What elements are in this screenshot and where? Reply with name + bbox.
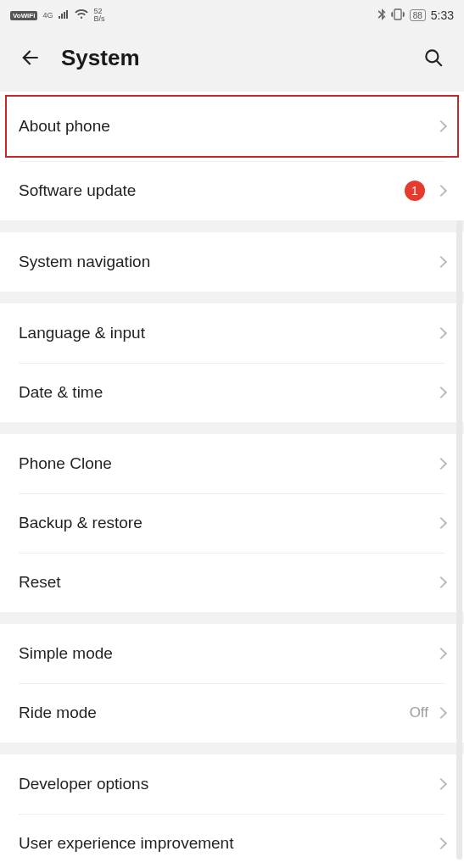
row-label: Date & time	[19, 383, 437, 402]
chevron-right-icon	[435, 707, 447, 719]
row-label: Language & input	[19, 324, 437, 342]
back-button[interactable]	[14, 41, 48, 75]
chevron-right-icon	[435, 576, 447, 588]
status-right: 88 5:33	[377, 8, 454, 23]
row-system-navigation[interactable]: System navigation	[0, 232, 464, 292]
row-label: Backup & restore	[19, 514, 437, 532]
row-label: Software update	[19, 181, 405, 200]
status-bar: VoWiFi 4G 52 B/s 88 5:33	[0, 0, 464, 31]
row-about-phone[interactable]: About phone	[0, 92, 464, 161]
chevron-right-icon	[435, 185, 447, 197]
svg-rect-0	[394, 9, 401, 19]
settings-group: Developer optionsUser experience improve…	[0, 754, 464, 868]
row-label: Developer options	[19, 775, 437, 793]
settings-group: System navigation	[0, 232, 464, 292]
back-arrow-icon	[20, 47, 42, 69]
chevron-right-icon	[435, 458, 447, 470]
chevron-right-icon	[435, 837, 447, 849]
status-left: VoWiFi 4G 52 B/s	[10, 8, 104, 23]
vowifi-icon: VoWiFi	[10, 11, 37, 20]
row-developer-options[interactable]: Developer options	[0, 754, 464, 814]
network-label: 4G	[42, 12, 53, 19]
clock: 5:33	[431, 8, 454, 22]
row-backup-restore[interactable]: Backup & restore	[0, 493, 464, 553]
chevron-right-icon	[435, 648, 447, 659]
row-label: About phone	[19, 117, 437, 136]
chevron-right-icon	[435, 517, 447, 529]
row-user-experience-improvement[interactable]: User experience improvement	[0, 814, 464, 868]
chevron-right-icon	[435, 256, 447, 268]
row-language-input[interactable]: Language & input	[0, 303, 464, 363]
row-label: Simple mode	[19, 644, 437, 663]
row-label: Phone Clone	[19, 454, 437, 473]
settings-list: About phoneSoftware update1System naviga…	[0, 92, 464, 868]
settings-group: Phone CloneBackup & restoreReset	[0, 434, 464, 612]
row-reset[interactable]: Reset	[0, 553, 464, 612]
row-label: Ride mode	[19, 704, 410, 722]
row-label: User experience improvement	[19, 834, 437, 853]
page-title: System	[61, 45, 416, 71]
vibrate-icon	[391, 8, 405, 23]
row-value: Off	[410, 704, 428, 721]
chevron-right-icon	[435, 387, 447, 398]
search-button[interactable]	[416, 41, 450, 75]
network-speed: 52 B/s	[93, 8, 104, 23]
settings-group: Language & inputDate & time	[0, 303, 464, 422]
row-label: System navigation	[19, 253, 437, 271]
scrollbar[interactable]	[456, 220, 462, 860]
battery-icon: 88	[410, 9, 426, 21]
settings-group: About phoneSoftware update1	[0, 92, 464, 220]
chevron-right-icon	[435, 327, 447, 339]
chevron-right-icon	[435, 778, 447, 790]
signal-icon	[58, 9, 70, 22]
row-date-time[interactable]: Date & time	[0, 363, 464, 422]
row-ride-mode[interactable]: Ride modeOff	[0, 683, 464, 743]
row-software-update[interactable]: Software update1	[0, 161, 464, 220]
settings-group: Simple modeRide modeOff	[0, 624, 464, 743]
row-simple-mode[interactable]: Simple mode	[0, 624, 464, 683]
notification-badge: 1	[405, 181, 425, 201]
chevron-right-icon	[435, 120, 447, 132]
header: System	[0, 31, 464, 92]
bluetooth-icon	[377, 8, 386, 23]
row-label: Reset	[19, 573, 437, 592]
search-icon	[422, 47, 444, 69]
wifi-icon	[75, 9, 88, 22]
row-phone-clone[interactable]: Phone Clone	[0, 434, 464, 493]
